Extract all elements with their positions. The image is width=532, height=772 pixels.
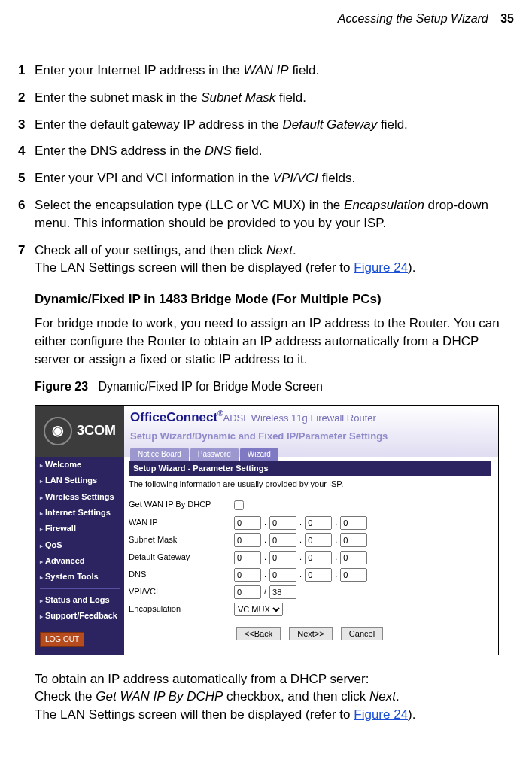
subnet-1[interactable]: [234, 533, 261, 547]
page-number: 35: [500, 12, 514, 25]
figure-label: Figure 23: [35, 380, 88, 393]
label-vpivci: VPI/VCI: [129, 586, 234, 597]
gw-2[interactable]: [269, 551, 296, 564]
step-1: 1Enter your Internet IP address in the W…: [18, 62, 514, 80]
back-button[interactable]: <<Back: [236, 627, 281, 640]
wanip-3[interactable]: [305, 516, 332, 530]
dhcp-checkbox[interactable]: [234, 500, 244, 510]
step-7: 7Check all of your settings, and then cl…: [18, 242, 514, 278]
subheading: Dynamic/Fixed IP in 1483 Bridge Mode (Fo…: [35, 290, 514, 308]
figure-link[interactable]: Figure 24: [354, 260, 408, 275]
logo-3com: ◉ 3COM: [35, 406, 124, 457]
breadcrumb: Setup Wizard/Dynamic and Fixed IP/Parame…: [130, 430, 492, 443]
step-text: Enter the subnet mask in the Subnet Mask…: [35, 89, 514, 107]
step-number: 6: [18, 196, 35, 233]
step-number: 2: [18, 89, 35, 107]
step-3: 3Enter the default gateway IP address in…: [18, 116, 514, 134]
panel-note: The following information are usually pr…: [129, 476, 491, 497]
wanip-4[interactable]: [340, 516, 367, 530]
step-number: 7: [18, 242, 35, 278]
step-number: 1: [18, 62, 35, 80]
figure-caption: Figure 23 Dynamic/Fixed IP for Bridge Mo…: [35, 378, 514, 395]
sidebar-item-wireless-settings[interactable]: Wireless Settings: [35, 489, 124, 505]
sidebar-item-advanced[interactable]: Advanced: [35, 553, 124, 569]
closing-paragraph: To obtain an IP address automatically fr…: [35, 670, 514, 724]
subnet-3[interactable]: [305, 533, 332, 547]
subnet-2[interactable]: [269, 533, 296, 547]
running-header: Accessing the Setup Wizard 35: [18, 12, 514, 26]
step-text: Enter the default gateway IP address in …: [35, 116, 514, 134]
body-text: 1Enter your Internet IP address in the W…: [18, 62, 514, 724]
gw-1[interactable]: [234, 551, 261, 564]
product-brand: OfficeConnect®ADSL Wireless 11g Firewall…: [130, 409, 492, 427]
vci-input[interactable]: [269, 585, 296, 599]
sidebar-item-support-feedback[interactable]: Support/Feedback: [35, 608, 124, 624]
router-ui: ◉ 3COM OfficeConnect®ADSL Wireless 11g F…: [35, 405, 499, 655]
logo-text: 3COM: [77, 421, 116, 440]
encaps-select[interactable]: VC MUX: [234, 603, 283, 616]
subnet-4[interactable]: [340, 533, 367, 547]
sidebar-item-qos[interactable]: QoS: [35, 537, 124, 553]
step-text: Enter your Internet IP address in the WA…: [35, 62, 514, 80]
step-4: 4Enter the DNS address in the DNS field.: [18, 142, 514, 160]
section-title: Accessing the Setup Wizard: [338, 12, 488, 25]
sidebar-item-lan-settings[interactable]: LAN Settings: [35, 473, 124, 488]
vpi-input[interactable]: [234, 585, 261, 599]
sidebar-item-welcome[interactable]: Welcome: [35, 457, 124, 473]
step-6: 6Select the encapsulation type (LLC or V…: [18, 196, 514, 233]
step-number: 5: [18, 169, 35, 187]
logo-icon: ◉: [44, 417, 72, 445]
step-5: 5Enter your VPI and VCI information in t…: [18, 169, 514, 187]
sidebar-item-status-and-logs[interactable]: Status and Logs: [35, 592, 124, 608]
step-text: Check all of your settings, and then cli…: [35, 242, 514, 278]
label-encaps: Encapsulation: [129, 603, 234, 615]
next-button[interactable]: Next>>: [289, 627, 332, 640]
paragraph: For bridge mode to work, you need to ass…: [35, 315, 514, 368]
figure-link[interactable]: Figure 24: [354, 707, 408, 722]
dns-2[interactable]: [269, 568, 296, 582]
sidebar-item-system-tools[interactable]: System Tools: [35, 569, 124, 585]
sidebar: WelcomeLAN SettingsWireless SettingsInte…: [35, 457, 124, 655]
label-dhcp: Get WAN IP By DHCP: [129, 499, 234, 510]
wanip-2[interactable]: [269, 516, 296, 530]
cancel-button[interactable]: Cancel: [341, 627, 383, 640]
step-number: 4: [18, 142, 35, 160]
step-text: Enter your VPI and VCI information in th…: [35, 169, 514, 187]
step-text: Enter the DNS address in the DNS field.: [35, 142, 514, 160]
logout-button[interactable]: LOG OUT: [40, 632, 84, 647]
step-text: Select the encapsulation type (LLC or VC…: [35, 196, 514, 233]
label-dns: DNS: [129, 569, 234, 580]
dns-3[interactable]: [305, 568, 332, 582]
dns-4[interactable]: [340, 568, 367, 582]
sidebar-item-internet-settings[interactable]: Internet Settings: [35, 505, 124, 521]
dns-1[interactable]: [234, 568, 261, 582]
panel-header: Setup Wizard - Parameter Settings: [129, 461, 491, 476]
gw-4[interactable]: [340, 551, 367, 564]
sidebar-item-firewall[interactable]: Firewall: [35, 521, 124, 536]
gw-3[interactable]: [305, 551, 332, 564]
figure-title: Dynamic/Fixed IP for Bridge Mode Screen: [98, 380, 323, 393]
step-number: 3: [18, 116, 35, 134]
step-2: 2Enter the subnet mask in the Subnet Mas…: [18, 89, 514, 107]
label-subnet: Subnet Mask: [129, 534, 234, 546]
label-wanip: WAN IP: [129, 517, 234, 528]
label-gateway: Default Gateway: [129, 552, 234, 563]
wanip-1[interactable]: [234, 516, 261, 530]
